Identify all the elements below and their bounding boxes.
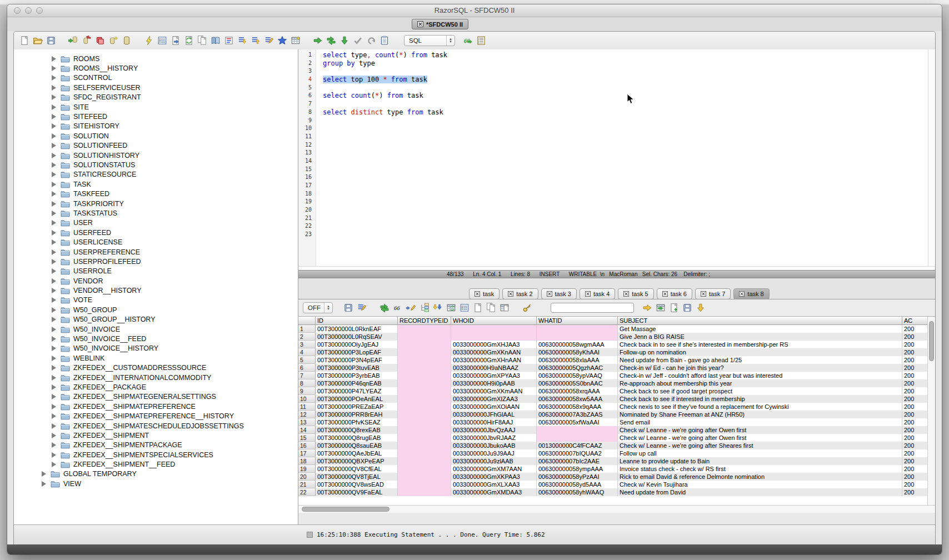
table-row[interactable]: 800T3000000P46qnEAB0033000000H9i0pAAB006… [298,379,927,387]
disclosure-triangle-icon[interactable] [52,133,57,139]
table-cell[interactable]: Need update from Bain - gave go ahead 1/… [618,356,902,364]
table-cell[interactable]: Check-in w/ Jeff - couldn't afford last … [618,372,902,379]
insert-row-button[interactable] [668,302,680,314]
table-cell[interactable]: 00T3000000P47LYEAZ [316,387,398,395]
refresh-button[interactable] [183,34,195,47]
table-cell[interactable]: Check back in to see if she's interested… [618,341,902,348]
table-cell[interactable]: Check back to see if good target prospec… [618,387,902,395]
tab-close-icon[interactable] [547,291,552,297]
code-line[interactable] [323,124,928,133]
disclosure-triangle-icon[interactable] [52,259,57,264]
table-cell[interactable]: 0033000000HirF8AAJ [451,418,537,426]
sort-descending-button[interactable] [236,34,248,47]
table-cell[interactable] [451,333,537,341]
sidebar-item-global-temporary[interactable]: GLOBAL TEMPORARY [14,469,298,479]
table-cell[interactable]: Check w/ Kevin Tsujihara [618,481,902,488]
table-cell[interactable] [398,356,451,364]
row-number-cell[interactable]: 11 [298,403,316,411]
code-line[interactable]: group by type [323,59,928,68]
table-row[interactable]: 600T3000000P3tuvEAB0033000000H9aNBAAZ006… [298,364,927,372]
row-number-cell[interactable]: 14 [298,426,316,434]
disclosure-triangle-icon[interactable] [52,462,57,467]
sidebar-item-zkfedex-shipmentpackage[interactable]: ZKFEDEX__SHIPMENTPACKAGE [14,441,298,450]
disclosure-triangle-icon[interactable] [52,182,57,187]
table-cell[interactable]: 00T3000000Q8rexEAB [316,426,398,434]
grid-hscrollbar[interactable] [298,505,935,513]
table-cell[interactable]: 0033000000GmXLXAA3 [451,481,537,488]
result-tab-task-6[interactable]: task 6 [657,288,692,299]
table-cell[interactable]: 006300000058x9qAAA [537,403,618,411]
disclosure-triangle-icon[interactable] [52,211,57,216]
sidebar-item-user[interactable]: USER [14,218,298,228]
undo-button[interactable] [365,34,377,47]
code-line[interactable] [323,222,928,231]
describe-table-button[interactable] [156,34,168,47]
table-cell[interactable]: 200 [902,348,927,356]
describe-grid-button[interactable] [458,302,471,314]
table-cell[interactable]: 0033000000GmXOiAAN [451,403,537,411]
row-number-cell[interactable]: 15 [298,434,316,442]
code-line[interactable] [323,190,928,198]
code-line[interactable] [323,133,928,141]
edit-results-button[interactable] [356,302,368,314]
disclosure-triangle-icon[interactable] [52,162,57,168]
table-cell[interactable]: 00T3000000P3tuvEAB [316,364,398,372]
combo-stepper-icon[interactable]: ▲▼ [446,36,454,46]
sidebar-item-sitehistory[interactable]: SITEHISTORY [14,122,298,131]
database-browser-button[interactable] [121,34,133,47]
row-number-cell[interactable]: 16 [298,442,316,449]
convert-quotes-button[interactable]: 66 [462,34,474,47]
table-cell[interactable] [398,372,451,379]
table-cell[interactable]: 00T3000000L0RknEAF [316,325,398,333]
disclosure-triangle-icon[interactable] [52,75,57,81]
table-cell[interactable]: 200 [902,372,927,379]
documentation-book-button[interactable] [209,34,222,47]
table-row[interactable]: 300T3000000OiyJgEAJ0033000000GmXHJAA3006… [298,341,927,348]
sidebar-item-solution[interactable]: SOLUTION [14,131,298,141]
code-line[interactable] [323,173,928,182]
table-cell[interactable]: Send email [618,418,902,426]
execute-forward-button[interactable] [312,34,324,47]
sidebar-item-vendor-history[interactable]: VENDOR__HISTORY [14,286,298,295]
sidebar-item-staticresource[interactable]: STATICRESOURCE [14,170,298,179]
code-line[interactable] [323,67,928,76]
disclosure-triangle-icon[interactable] [52,365,57,371]
code-line[interactable] [323,84,928,92]
sidebar-item-rooms-history[interactable]: ROOMS__HISTORY [14,63,298,73]
sidebar-item-userpreference[interactable]: USERPREFERENCE [14,247,298,257]
table-row[interactable]: 1100T3000000PREZaEAP0033000000GmXOiAAN00… [298,403,927,411]
table-cell[interactable]: 0033000000GmXKmAAN [451,387,537,395]
table-row[interactable]: 1500T3000000Q8rugEAB0033000000JbvRJAAZCh… [298,434,927,442]
table-cell[interactable]: 00T3000000QV8TjEAL [316,473,398,481]
table-cell[interactable]: 0033000000GmXMDAA3 [451,488,537,496]
table-cell[interactable]: 006300000058yhWAAQ [537,488,618,496]
table-cell[interactable]: 200 [902,457,927,465]
code-line[interactable] [323,206,928,214]
copy-rows-button[interactable] [485,302,497,314]
table-cell[interactable]: Leanne to provide update to Bain [618,457,902,465]
table-cell[interactable]: 00T3000000P3LopEAF [316,348,398,356]
sidebar-item-userfeed[interactable]: USERFEED [14,228,298,237]
table-cell[interactable]: 006300000058yKhAAI [537,348,618,356]
row-number-cell[interactable]: 7 [298,372,316,379]
disclosure-triangle-icon[interactable] [52,230,57,236]
disclosure-triangle-icon[interactable] [52,452,57,458]
sidebar-item-w50-invoice[interactable]: W50_INVOICE [14,324,298,334]
table-row[interactable]: 1400T3000000Q8rexEAB0033000000JbvQzAAJCh… [298,426,927,434]
table-cell[interactable]: 00T3000000QV8CfEAL [316,465,398,473]
result-tab-task-8[interactable]: task 8 [733,288,769,299]
table-row[interactable]: 1000T3000000POeAnEAL0033000000GmXIZAA300… [298,395,927,403]
table-cell[interactable]: 200 [902,473,927,481]
table-row[interactable]: 900T3000000P47LYEAZ0033000000GmXKmAAN006… [298,387,927,395]
table-cell[interactable] [398,457,451,465]
query-outline-button[interactable] [475,34,487,47]
sidebar-item-w50-invoice-feed[interactable]: W50_INVOICE__FEED [14,334,298,343]
table-cell[interactable]: 0033000000H9aNBAAZ [451,364,537,372]
disclosure-triangle-icon[interactable] [52,153,57,158]
table-cell[interactable]: 00T3000000OiyJgEAJ [316,341,398,348]
tab-close-icon[interactable] [623,291,629,297]
validate-query-button[interactable] [352,34,364,47]
disclosure-triangle-icon[interactable] [52,94,57,100]
import-grid-button[interactable] [655,302,667,314]
code-line[interactable] [323,214,928,223]
